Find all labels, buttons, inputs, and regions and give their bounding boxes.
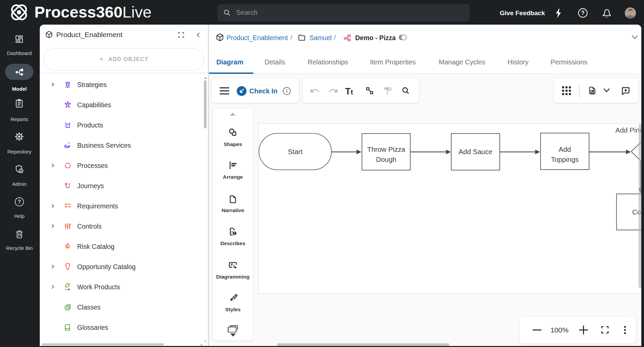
svg-text:?: ? [18,199,21,205]
svg-text:Throw Pizza: Throw Pizza [367,145,405,153]
svg-text:Add Sauce: Add Sauce [459,148,492,155]
svg-text:Add: Add [559,145,571,153]
svg-text:Add Pineapple: Add Pineapple [615,126,641,134]
svg-text:Dough: Dough [376,155,396,163]
svg-text:?: ? [581,10,584,16]
svg-text:Toppings: Toppings [551,155,579,163]
svg-text:Start: Start [288,148,303,155]
